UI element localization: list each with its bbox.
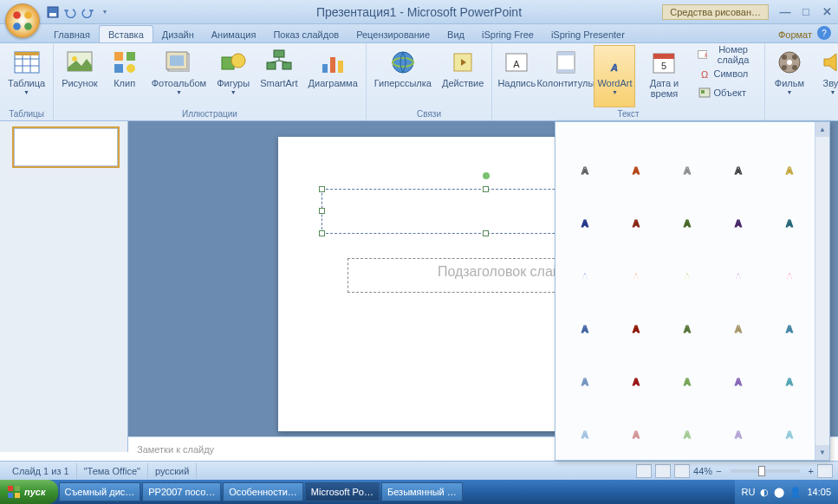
- tray-language[interactable]: RU: [742, 487, 756, 497]
- zoom-in-button[interactable]: +: [809, 466, 814, 476]
- wordart-style-16[interactable]: A: [561, 296, 609, 346]
- taskbar-item-4[interactable]: Microsoft Po…: [305, 482, 380, 501]
- resize-handle-s[interactable]: [483, 230, 489, 236]
- wordart-style-7[interactable]: A: [612, 191, 660, 241]
- photo-album-button[interactable]: Фотоальбом▼: [147, 45, 211, 107]
- tab-view[interactable]: Вид: [438, 26, 473, 42]
- wordart-style-15[interactable]: A: [765, 243, 814, 294]
- qat-undo-icon[interactable]: [62, 4, 78, 20]
- wordart-style-6[interactable]: A: [561, 191, 609, 241]
- view-sorter-button[interactable]: [655, 464, 671, 478]
- wordart-style-26[interactable]: A: [561, 402, 609, 452]
- wordart-style-19[interactable]: A: [714, 296, 763, 346]
- view-slideshow-button[interactable]: [674, 464, 690, 478]
- resize-handle-n[interactable]: [483, 186, 489, 192]
- tray-icon-2[interactable]: ⬤: [774, 487, 784, 498]
- wordart-style-17[interactable]: A: [612, 296, 660, 346]
- tab-slideshow[interactable]: Показ слайдов: [264, 26, 348, 42]
- object-button[interactable]: Объект: [693, 83, 761, 102]
- wordart-style-22[interactable]: A: [612, 349, 660, 399]
- resize-handle-sw[interactable]: [319, 230, 325, 236]
- picture-button[interactable]: Рисунок: [57, 45, 102, 107]
- wordart-style-8[interactable]: A: [663, 191, 711, 241]
- wordart-style-27[interactable]: A: [612, 402, 660, 452]
- sound-button[interactable]: Звук▼: [812, 45, 838, 107]
- help-button[interactable]: ?: [817, 26, 831, 40]
- wordart-style-28[interactable]: A: [663, 402, 711, 452]
- shapes-button[interactable]: Фигуры▼: [212, 45, 254, 107]
- wordart-style-4[interactable]: A: [714, 138, 763, 188]
- tab-home[interactable]: Главная: [45, 26, 99, 42]
- maximize-button[interactable]: □: [798, 5, 814, 19]
- symbol-button[interactable]: ΩСимвол: [693, 64, 761, 83]
- wordart-style-23[interactable]: A: [663, 349, 711, 399]
- close-button[interactable]: ✕: [819, 5, 835, 19]
- wordart-button[interactable]: AWordArt▼: [594, 45, 635, 107]
- resize-handle-w[interactable]: [319, 208, 325, 214]
- wordart-style-10[interactable]: A: [765, 191, 814, 241]
- clip-button[interactable]: Клип: [104, 45, 146, 107]
- rotate-handle[interactable]: [483, 172, 490, 179]
- zoom-slider[interactable]: [731, 469, 800, 473]
- status-language[interactable]: русский: [148, 463, 197, 479]
- slide-thumbnail-1[interactable]: [14, 128, 118, 166]
- gallery-scrollbar[interactable]: ▲ ▼: [815, 122, 829, 460]
- zoom-slider-thumb[interactable]: [758, 466, 765, 476]
- wordart-style-20[interactable]: A: [765, 296, 814, 346]
- movie-button[interactable]: Фильм▼: [769, 45, 810, 107]
- qat-save-icon[interactable]: [45, 4, 61, 20]
- tab-design[interactable]: Дизайн: [153, 26, 203, 42]
- tray-clock[interactable]: 14:05: [807, 487, 831, 497]
- tab-animations[interactable]: Анимация: [203, 26, 265, 42]
- taskbar-item-2[interactable]: PP2007 посо…: [142, 482, 221, 501]
- tray-icon-3[interactable]: 👤: [789, 487, 802, 498]
- svg-text:A: A: [581, 165, 588, 176]
- tab-format[interactable]: Формат: [770, 26, 821, 42]
- tab-review[interactable]: Рецензирование: [348, 26, 438, 42]
- zoom-out-button[interactable]: −: [716, 466, 721, 476]
- fit-window-button[interactable]: [817, 464, 833, 478]
- tab-insert[interactable]: Вставка: [99, 25, 153, 42]
- wordart-style-11[interactable]: A: [561, 243, 609, 294]
- wordart-style-18[interactable]: A: [663, 296, 711, 346]
- wordart-style-3[interactable]: A: [663, 138, 711, 188]
- header-footer-button[interactable]: Колонтитулы: [539, 45, 592, 107]
- scroll-up-icon[interactable]: ▲: [815, 122, 829, 137]
- action-button[interactable]: Действие: [438, 45, 488, 107]
- office-button[interactable]: [5, 3, 40, 38]
- taskbar-item-1[interactable]: Съемный дис…: [59, 482, 141, 501]
- table-button[interactable]: Таблица▼: [3, 45, 49, 107]
- wordart-style-12[interactable]: A: [612, 243, 660, 294]
- wordart-style-5[interactable]: A: [765, 138, 814, 188]
- textbox-button[interactable]: AНадпись: [496, 45, 537, 107]
- zoom-level[interactable]: 44%: [693, 466, 712, 476]
- resize-handle-nw[interactable]: [319, 186, 325, 192]
- view-normal-button[interactable]: [636, 464, 652, 478]
- wordart-style-13[interactable]: A: [663, 243, 711, 294]
- wordart-style-21[interactable]: A: [561, 349, 609, 399]
- qat-redo-icon[interactable]: [80, 4, 95, 20]
- slide-thumbnail-panel[interactable]: [0, 121, 128, 452]
- tray-icon-1[interactable]: ◐: [760, 487, 769, 498]
- wordart-style-29[interactable]: A: [714, 402, 763, 452]
- tab-ispring-free[interactable]: iSpring Free: [473, 26, 542, 42]
- chart-button[interactable]: Диаграмма: [304, 45, 362, 107]
- wordart-style-30[interactable]: A: [765, 402, 814, 452]
- date-time-button[interactable]: 5Дата и время: [637, 45, 691, 107]
- taskbar-item-5[interactable]: Безымянный …: [381, 482, 463, 501]
- scroll-down-icon[interactable]: ▼: [815, 445, 829, 460]
- wordart-style-24[interactable]: A: [714, 349, 763, 399]
- taskbar-item-3[interactable]: Особенности…: [223, 482, 303, 501]
- smartart-button[interactable]: SmartArt: [256, 45, 302, 107]
- hyperlink-button[interactable]: Гиперссылка: [370, 45, 436, 107]
- wordart-style-9[interactable]: A: [714, 191, 763, 241]
- tab-ispring-presenter[interactable]: iSpring Presenter: [542, 26, 633, 42]
- qat-dropdown-icon[interactable]: ▼: [97, 4, 113, 20]
- start-button[interactable]: пуск: [0, 480, 58, 504]
- minimize-button[interactable]: —: [777, 5, 793, 19]
- wordart-style-14[interactable]: A: [714, 243, 763, 294]
- wordart-style-2[interactable]: A: [612, 138, 660, 188]
- wordart-style-1[interactable]: A: [561, 138, 609, 188]
- wordart-style-25[interactable]: A: [765, 349, 814, 399]
- slide-number-button[interactable]: #Номер слайда: [693, 45, 761, 64]
